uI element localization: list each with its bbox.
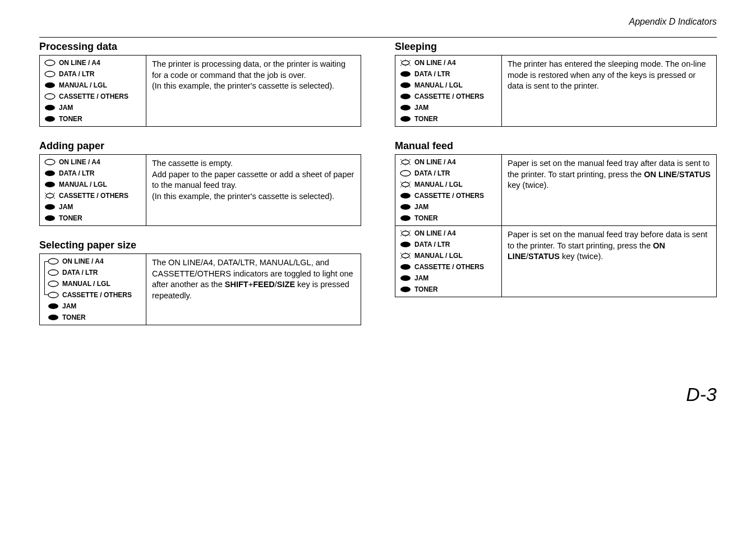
led-solid-icon: [400, 116, 411, 122]
led-online: ON LINE / A4: [48, 257, 141, 265]
led-column: ON LINE / A4 DATA / LTR MANUAL / LGL CAS…: [40, 254, 146, 325]
led-outline-icon: [48, 258, 59, 265]
desc-text: +: [248, 280, 253, 289]
panel-description: The ON LINE/A4, DATA/LTR, MANUAL/LGL, an…: [146, 254, 361, 325]
led-flash-icon: [44, 192, 56, 199]
led-toner: TONER: [44, 115, 141, 123]
led-label: DATA / LTR: [414, 169, 450, 177]
led-column: ON LINE / A4 DATA / LTR MANUAL / LGL CAS…: [40, 56, 146, 126]
led-solid-icon: [400, 264, 411, 270]
led-solid-icon: [48, 314, 59, 321]
led-label: MANUAL / LGL: [59, 81, 107, 89]
led-label: DATA / LTR: [59, 169, 95, 177]
led-flash-icon: [400, 159, 411, 165]
led-online: ON LINE / A4: [44, 59, 141, 67]
led-solid-icon: [44, 104, 56, 111]
page-number: D-3: [39, 384, 717, 405]
led-toner: TONER: [400, 115, 497, 123]
led-data: DATA / LTR: [400, 169, 497, 177]
led-label: DATA / LTR: [414, 70, 450, 78]
desc-bold: ON: [653, 241, 665, 250]
panel-description: Paper is set on the manual feed tray bef…: [502, 226, 716, 297]
led-jam: JAM: [400, 203, 497, 211]
led-label: CASSETTE / OTHERS: [59, 192, 128, 200]
led-label: TONER: [414, 214, 438, 222]
led-solid-icon: [44, 181, 56, 188]
desc-text: Paper is set on the manual feed tray bef…: [508, 230, 707, 250]
led-solid-icon: [400, 82, 411, 89]
desc-bold: STATUS: [679, 170, 711, 179]
header-rule: [39, 37, 717, 38]
page-header: Appendix D Indicators: [39, 17, 717, 27]
led-cassette: CASSETTE / OTHERS: [400, 263, 497, 271]
led-solid-icon: [44, 215, 56, 222]
led-label: MANUAL / LGL: [414, 181, 463, 188]
led-toner: TONER: [400, 285, 497, 293]
led-outline-icon: [44, 71, 56, 77]
led-solid-icon: [400, 286, 411, 293]
led-label: ON LINE / A4: [59, 158, 100, 166]
led-label: ON LINE / A4: [62, 257, 104, 265]
section-adding: Adding paper ON LINE / A4 DATA / LTR MAN…: [39, 140, 361, 226]
led-solid-icon: [48, 303, 59, 310]
led-manual: MANUAL / LGL: [44, 181, 141, 188]
led-label: TONER: [414, 115, 438, 123]
desc-bold: STATUS: [528, 252, 560, 261]
section-processing: Processing data ON LINE / A4 DATA / LTR …: [39, 41, 361, 127]
led-outline-icon: [44, 93, 56, 100]
led-manual: MANUAL / LGL: [48, 280, 141, 288]
led-label: MANUAL / LGL: [59, 181, 107, 188]
led-jam: JAM: [48, 302, 141, 310]
led-cassette: CASSETTE / OTHERS: [44, 192, 141, 200]
led-label: DATA / LTR: [62, 269, 98, 276]
led-outline-icon: [400, 170, 411, 177]
led-label: CASSETTE / OTHERS: [414, 192, 484, 200]
led-data: DATA / LTR: [48, 269, 141, 276]
led-label: MANUAL / LGL: [62, 280, 110, 288]
led-data: DATA / LTR: [400, 70, 497, 78]
led-label: CASSETTE / OTHERS: [414, 263, 484, 271]
led-outline-icon: [44, 59, 56, 66]
led-solid-icon: [44, 204, 56, 210]
led-solid-icon: [400, 93, 411, 100]
led-column: ON LINE / A4 DATA / LTR MANUAL / LGL CAS…: [395, 226, 502, 297]
led-label: JAM: [414, 104, 428, 112]
section-title: Manual feed: [395, 140, 717, 152]
led-toner: TONER: [44, 214, 141, 222]
led-jam: JAM: [400, 104, 497, 112]
led-label: JAM: [59, 104, 73, 112]
led-solid-icon: [400, 192, 411, 199]
led-outline-icon: [48, 292, 59, 298]
status-panel: ON LINE / A4 DATA / LTR MANUAL / LGL CAS…: [395, 225, 716, 297]
led-solid-icon: [400, 275, 411, 282]
toggle-connector-icon: [44, 261, 45, 295]
led-online: ON LINE / A4: [400, 229, 497, 237]
led-cassette: CASSETTE / OTHERS: [400, 93, 497, 100]
led-flash-icon: [400, 252, 411, 259]
led-solid-icon: [400, 71, 411, 77]
led-solid-icon: [400, 204, 411, 210]
panel-description: The cassette is empty. Add paper to the …: [146, 155, 361, 225]
led-outline-icon: [44, 159, 56, 165]
led-label: DATA / LTR: [414, 241, 450, 248]
led-label: JAM: [414, 203, 428, 211]
status-panel: ON LINE / A4 DATA / LTR MANUAL / LGL CAS…: [395, 55, 717, 127]
led-solid-icon: [44, 82, 56, 89]
status-panel-group: ON LINE / A4 DATA / LTR MANUAL / LGL CAS…: [395, 154, 717, 297]
led-online: ON LINE / A4: [400, 158, 497, 166]
led-outline-icon: [48, 269, 59, 276]
desc-text: key (twice).: [560, 252, 603, 261]
led-flash-icon: [400, 181, 411, 188]
led-manual: MANUAL / LGL: [400, 181, 497, 188]
led-cassette: CASSETTE / OTHERS: [400, 192, 497, 200]
led-solid-icon: [44, 116, 56, 122]
led-outline-icon: [48, 280, 59, 287]
led-label: JAM: [59, 203, 73, 211]
led-column: ON LINE / A4 DATA / LTR MANUAL / LGL CAS…: [395, 155, 502, 225]
section-selecting: Selecting paper size ON LINE / A4 DATA /…: [39, 239, 361, 325]
led-toner: TONER: [48, 313, 141, 321]
led-label: JAM: [62, 302, 76, 310]
section-title: Selecting paper size: [39, 239, 361, 251]
led-label: TONER: [414, 285, 438, 293]
led-label: CASSETTE / OTHERS: [414, 93, 484, 100]
